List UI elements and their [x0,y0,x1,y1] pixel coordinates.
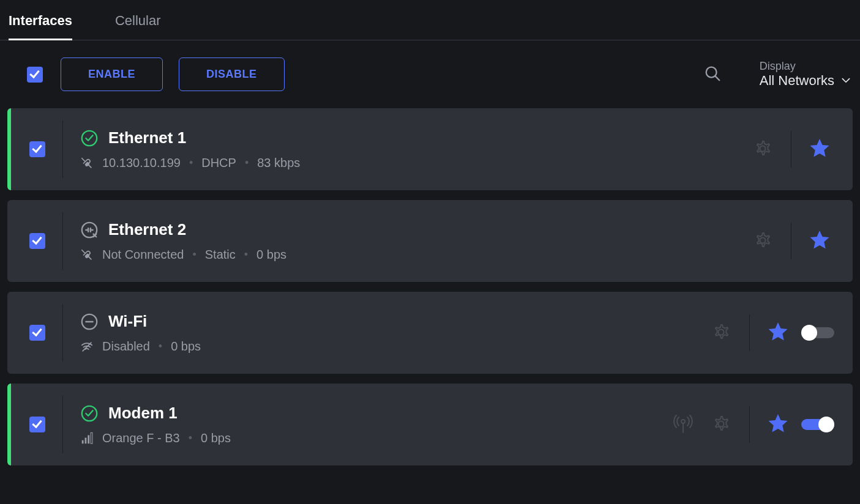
interface-detail: 0 bps [201,431,231,445]
check-circle-icon [80,129,99,147]
enable-toggle[interactable] [801,417,834,432]
interface-row[interactable]: Ethernet 110.130.10.199•DHCP•83 kbps [7,108,853,190]
disconnected-circle-icon [80,221,99,239]
row-checkbox[interactable] [29,233,45,249]
interface-name: Modem 1 [108,404,178,423]
settings-button[interactable] [706,409,736,440]
toolbar: ENABLE DISABLE Display All Networks [0,40,860,108]
tab-bar: Interfaces Cellular [0,0,860,40]
gear-icon [752,138,774,160]
favorite-button[interactable] [763,317,793,349]
star-icon [767,321,789,343]
row-checkbox[interactable] [29,325,45,341]
interface-detail: 83 kbps [257,156,300,170]
interface-detail: 0 bps [256,248,286,262]
favorite-button[interactable] [805,226,834,257]
star-icon [767,413,789,435]
search-icon [703,64,722,83]
settings-button[interactable] [748,134,777,165]
settings-button[interactable] [706,317,736,349]
plug-icon [80,248,94,262]
interface-row[interactable]: Modem 1Orange F - B3•0 bps [7,384,853,465]
wifi-off-icon [80,340,94,354]
interface-name: Ethernet 2 [108,220,186,239]
antenna-icon [672,413,694,435]
star-icon [809,138,831,160]
gear-icon [710,321,732,343]
interface-row[interactable]: Ethernet 2Not Connected•Static•0 bps [7,200,853,282]
interface-detail: DHCP [201,156,236,170]
plug-icon [80,157,94,170]
favorite-button[interactable] [763,409,793,440]
gear-icon [752,229,774,251]
interface-detail: Orange F - B3 [102,431,180,445]
minus-circle-icon [80,313,99,331]
antenna-button[interactable] [668,409,698,440]
signal-bars-icon [80,432,94,445]
interface-row[interactable]: Wi-FiDisabled•0 bps [7,292,853,374]
search-button[interactable] [700,61,725,88]
interface-detail: Disabled [102,339,150,354]
gear-icon [710,413,732,435]
interface-detail: 0 bps [171,339,201,354]
enable-button[interactable]: ENABLE [61,57,163,91]
display-filter-value: All Networks [760,73,834,89]
enable-toggle[interactable] [801,325,834,341]
select-all-checkbox[interactable] [27,67,43,83]
disable-button[interactable]: DISABLE [179,57,285,91]
star-icon [809,229,831,251]
display-filter-label: Display [760,60,796,73]
interface-name: Ethernet 1 [108,128,186,147]
interface-list: Ethernet 110.130.10.199•DHCP•83 kbpsEthe… [0,108,860,465]
chevron-down-icon [840,75,851,86]
settings-button[interactable] [748,226,777,257]
tab-interfaces[interactable]: Interfaces [9,2,72,40]
interface-name: Wi-Fi [108,312,147,331]
interface-detail: 10.130.10.199 [102,156,181,170]
row-checkbox[interactable] [29,141,45,157]
interface-detail: Static [205,248,236,262]
display-filter-dropdown[interactable]: Display All Networks [760,60,851,89]
favorite-button[interactable] [805,134,834,165]
tab-cellular[interactable]: Cellular [115,2,161,40]
row-checkbox[interactable] [29,417,45,432]
check-circle-icon [80,404,99,423]
interface-detail: Not Connected [102,248,184,262]
